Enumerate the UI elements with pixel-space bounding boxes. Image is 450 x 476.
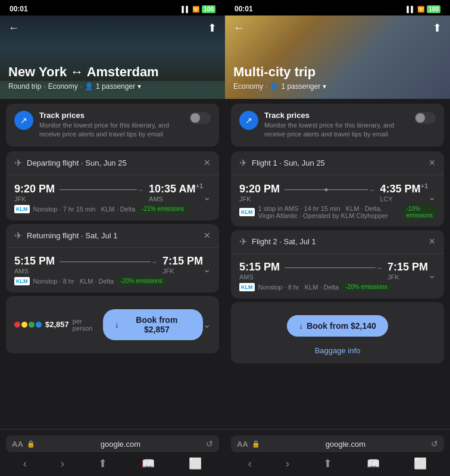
- price-expand-left[interactable]: ⌄: [203, 319, 211, 330]
- ret-dep-time-block: 5:15 PM AMS: [14, 255, 55, 275]
- reload-icon-right[interactable]: ↺: [431, 439, 438, 449]
- f2-arr-block-r: 7:15 PM JFK: [388, 261, 428, 281]
- expand-pax-icon[interactable]: ▾: [138, 82, 141, 91]
- track-text-right: Track prices Monitor the lowest price fo…: [264, 111, 408, 139]
- f1-line-r: →: [280, 186, 380, 194]
- nav-tabs-left[interactable]: ⬜: [189, 457, 202, 470]
- hero-left: ← ⬆ New York ↔ Amsterdam Round trip · Ec…: [0, 15, 225, 99]
- f2-details-r: Nonstop · 8 hr KLM · Delta: [258, 284, 339, 291]
- status-icons-left: ▌▌ 🛜 100: [182, 5, 215, 13]
- url-domain-left: google.com: [39, 440, 202, 449]
- url-bar-right[interactable]: AA 🔒 google.com ↺: [231, 435, 444, 452]
- f1-arr-time-r: 4:35 PM+1: [380, 182, 428, 195]
- nav-back-right[interactable]: ‹: [248, 458, 252, 470]
- baggage-info[interactable]: Baggage info: [315, 346, 361, 355]
- share-button-right[interactable]: ⬆: [433, 21, 442, 35]
- book-arrow-icon-left: ↓: [115, 320, 119, 329]
- hero-title-left: New York ↔ Amsterdam: [8, 64, 217, 80]
- f1-stop-dot-r: [325, 188, 328, 191]
- f2-arr-time-r: 7:15 PM: [388, 261, 428, 273]
- f2-arrow-r: →: [376, 264, 383, 272]
- departing-label: Departing flight · Sun, Jun 25: [27, 158, 127, 167]
- book-container-left: $2,857 per person ↓ Book from $2,857 ⌄: [6, 296, 219, 353]
- nav-share-left[interactable]: ⬆: [98, 457, 107, 470]
- flight1-header-left-right: ✈ Flight 1 · Sun, Jun 25: [239, 157, 325, 169]
- f2-dep-airport-r: AMS: [239, 273, 280, 281]
- nav-forward-right[interactable]: ›: [286, 458, 289, 470]
- lock-icon-right: 🔒: [252, 440, 260, 448]
- cabin-class: Economy: [48, 82, 78, 91]
- nav-tabs-right[interactable]: ⬜: [414, 457, 427, 470]
- back-button-right[interactable]: ←: [233, 22, 244, 35]
- arr-time: 10:35 AM+1: [149, 182, 203, 195]
- f1-info-r: KLM 1 stop in AMS · 14 hr 15 min KLM · D…: [239, 205, 436, 219]
- f2-dep-time-r: 5:15 PM: [239, 261, 280, 273]
- expand-pax-icon-r[interactable]: ▾: [323, 82, 326, 91]
- status-time-left: 00:01: [10, 5, 28, 13]
- f1-expand-r[interactable]: ⌄: [428, 191, 436, 203]
- departing-times-row: 9:20 PM JFK → 10:35 AM+1 AMS ⌄: [14, 182, 211, 203]
- passenger-count-r: 1 passenger: [281, 82, 320, 91]
- flight1-body-right: 9:20 PM JFK → 4:35 PM+1 LCY: [231, 175, 444, 226]
- track-desc-right: Monitor the lowest price for this itiner…: [264, 121, 408, 139]
- dep-emissions: -21% emissions: [139, 205, 187, 213]
- nav-back-left[interactable]: ‹: [23, 458, 27, 470]
- dep-expand-btn[interactable]: ⌄: [203, 191, 211, 203]
- book-button-left[interactable]: ↓ Book from $2,857: [103, 309, 203, 340]
- departing-plane-icon: ✈: [14, 157, 22, 169]
- track-prices-left: ↗ Track prices Monitor the lowest price …: [6, 104, 219, 147]
- url-bar-left[interactable]: AA 🔒 google.com ↺: [6, 435, 219, 452]
- reload-icon-left[interactable]: ↺: [206, 439, 213, 449]
- track-icon-left: ↗: [14, 111, 33, 130]
- flight1-times-right: 9:20 PM JFK → 4:35 PM+1 LCY: [239, 182, 436, 203]
- flight2-times-right: 5:15 PM AMS → 7:15 PM JFK ⌄: [239, 261, 436, 281]
- aa-text-left: AA: [12, 440, 23, 449]
- f2-expand-r[interactable]: ⌄: [428, 269, 436, 281]
- wifi-icon: 🛜: [192, 6, 199, 13]
- nav-bookmarks-right[interactable]: 📖: [367, 457, 380, 470]
- hero-nav-left: ← ⬆: [0, 21, 225, 35]
- nav-forward-left[interactable]: ›: [61, 458, 64, 470]
- returning-flight-body: 5:15 PM AMS → 7:15 PM JFK ⌄ KLM: [6, 248, 219, 293]
- f1-arr-airport-r: LCY: [380, 195, 428, 203]
- main-content-right[interactable]: ↗ Track prices Monitor the lowest price …: [225, 99, 450, 429]
- arr-time-block: 10:35 AM+1 AMS: [149, 182, 203, 203]
- departing-flight-body: 9:20 PM JFK → 10:35 AM+1 AMS ⌄: [6, 175, 219, 220]
- track-title-left: Track prices: [39, 111, 183, 120]
- dep-time: 9:20 PM: [14, 183, 55, 195]
- ret-info-row: KLM Nonstop · 8 hr KLM · Delta -20% emis…: [14, 277, 211, 285]
- flight2-body-right: 5:15 PM AMS → 7:15 PM JFK ⌄ KLM: [231, 254, 444, 298]
- flight2-card-right: ✈ Flight 2 · Sat, Jul 1 ✕ 5:15 PM AMS →: [231, 230, 444, 298]
- phone-right: 00:01 ▌▌ 🛜 100 ← ⬆ Multi-city trip Econo…: [225, 0, 450, 476]
- flight1-close-right[interactable]: ✕: [429, 158, 436, 167]
- nav-share-right[interactable]: ⬆: [323, 457, 332, 470]
- dep-airport: JFK: [14, 195, 55, 203]
- hero-content-right: Multi-city trip Economy · 👤 1 passenger …: [233, 64, 442, 91]
- ret-flight-line: →: [55, 258, 162, 266]
- ret-arr-airport: JFK: [162, 267, 203, 275]
- returning-close-btn[interactable]: ✕: [204, 231, 211, 240]
- hero-content-left: New York ↔ Amsterdam Round trip · Econom…: [8, 64, 217, 91]
- nav-bookmarks-left[interactable]: 📖: [142, 457, 155, 470]
- ret-line: [60, 262, 151, 262]
- flight2-header-left-right: ✈ Flight 2 · Sat, Jul 1: [239, 236, 316, 247]
- bottom-bar-right: AA 🔒 google.com ↺ ‹ › ⬆ 📖 ⬜: [225, 429, 450, 476]
- wifi-icon-r: 🛜: [417, 6, 424, 13]
- status-bar-left: 00:01 ▌▌ 🛜 100: [0, 0, 225, 15]
- book-button-right[interactable]: ↓ Book from $2,140: [287, 315, 388, 337]
- f2-line-r: →: [280, 264, 388, 272]
- flight2-close-right[interactable]: ✕: [429, 237, 436, 246]
- dep-line: [60, 189, 137, 190]
- returning-flight-card: ✈ Returning flight · Sat, Jul 1 ✕ 5:15 P…: [6, 224, 219, 293]
- main-content-left[interactable]: ↗ Track prices Monitor the lowest price …: [0, 99, 225, 429]
- f1-arrow-r: →: [368, 186, 375, 194]
- departing-close-btn[interactable]: ✕: [204, 158, 211, 167]
- track-toggle-left[interactable]: [189, 112, 211, 124]
- share-button-left[interactable]: ⬆: [208, 21, 217, 35]
- back-button-left[interactable]: ←: [8, 22, 19, 35]
- passenger-icon-r: 👤: [270, 82, 279, 91]
- nav-icons-left: ‹ › ⬆ 📖 ⬜: [0, 457, 225, 470]
- ret-expand-btn[interactable]: ⌄: [203, 263, 211, 275]
- track-toggle-right[interactable]: [414, 112, 436, 124]
- price-per-left: per person: [73, 318, 103, 332]
